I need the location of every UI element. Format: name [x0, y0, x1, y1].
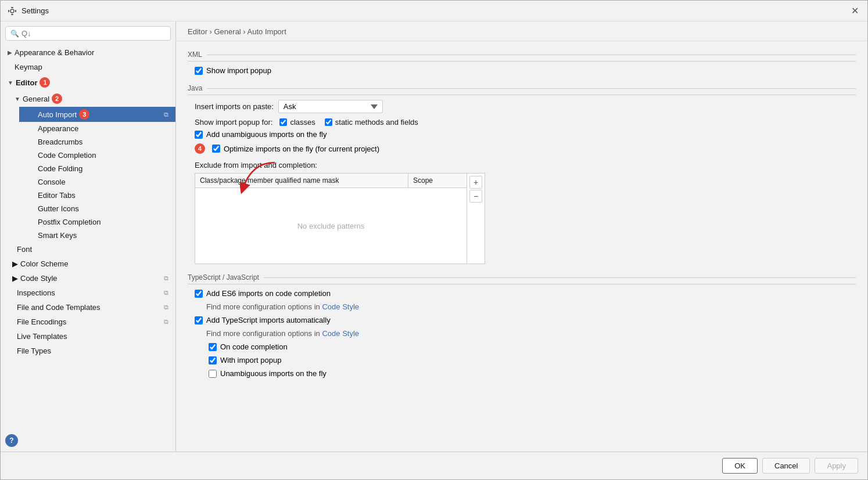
sidebar-item-keymap[interactable]: Keymap: [1, 60, 175, 74]
svg-point-4: [10, 9, 14, 13]
exclude-table: Class/package/member qualified name mask…: [195, 174, 467, 264]
es6-config-text: Find more configuration options in: [206, 302, 320, 311]
chevron-down-icon: ▼: [8, 80, 13, 86]
classes-checkbox[interactable]: [279, 118, 287, 126]
search-input[interactable]: [21, 29, 166, 38]
insert-imports-label: Insert imports on paste:: [195, 102, 274, 111]
no-patterns-text: No exclude patterns: [297, 222, 365, 230]
with-import-popup-checkbox[interactable]: [209, 356, 217, 364]
cancel-button[interactable]: Cancel: [762, 458, 810, 474]
unambiguous-imports-checkbox[interactable]: [209, 370, 217, 378]
xml-show-import-row: Show import popup: [188, 66, 856, 75]
ts-imports-checkbox[interactable]: [195, 316, 203, 324]
breadcrumb: Editor › General › Auto Import: [176, 21, 867, 41]
right-panel: Editor › General › Auto Import XML Show …: [176, 21, 867, 452]
exclude-actions: + −: [467, 174, 485, 264]
content-area: XML Show import popup Java Insert import…: [176, 41, 867, 452]
remove-pattern-button[interactable]: −: [469, 190, 482, 203]
ok-button[interactable]: OK: [722, 458, 758, 474]
sidebar-item-font[interactable]: Font: [1, 242, 175, 257]
svg-rect-3: [15, 10, 16, 12]
es6-imports-label[interactable]: Add ES6 imports on code completion: [195, 289, 331, 298]
with-import-popup-label[interactable]: With import popup: [209, 356, 282, 364]
on-completion-label[interactable]: On code completion: [209, 342, 288, 351]
sidebar-item-smart-keys[interactable]: Smart Keys: [19, 229, 175, 242]
chevron-right-icon-3: ▶: [12, 274, 18, 283]
close-button[interactable]: ✕: [849, 5, 860, 17]
nav-tree: ▶ Appearance & Behavior Keymap ▼ Editor …: [1, 45, 175, 430]
es6-imports-checkbox[interactable]: [195, 290, 203, 298]
insert-imports-select[interactable]: Ask Always Never: [278, 100, 383, 113]
sidebar-item-appearance-behavior[interactable]: ▶ Appearance & Behavior: [1, 45, 175, 60]
sidebar-item-code-completion[interactable]: Code Completion: [19, 149, 175, 162]
show-import-for-group: classes static methods and fields: [279, 118, 418, 127]
sidebar-item-appearance[interactable]: Appearance: [19, 122, 175, 135]
apply-button[interactable]: Apply: [815, 458, 858, 474]
sidebar-item-file-code-templates[interactable]: File and Code Templates ⧉: [1, 300, 175, 315]
ts-section-label: TypeScript / JavaScript: [188, 273, 856, 284]
optimize-imports-row: 4 Optimize imports on the fly (for curre…: [188, 143, 856, 154]
sidebar-item-color-scheme[interactable]: ▶ Color Scheme: [1, 257, 175, 271]
sidebar-item-editor-tabs[interactable]: Editor Tabs: [19, 189, 175, 202]
sidebar-item-inspections[interactable]: Inspections ⧉: [1, 286, 175, 300]
help-button[interactable]: ?: [5, 434, 18, 447]
optimize-badge: 4: [195, 143, 205, 154]
xml-show-import-checkbox[interactable]: [195, 67, 203, 75]
xml-section: XML Show import popup: [188, 50, 856, 75]
svg-rect-1: [11, 14, 13, 15]
copy-icon: ⧉: [164, 111, 168, 118]
ts-config-row: Find more configuration options in Code …: [188, 329, 856, 338]
title-bar: Settings ✕: [1, 1, 867, 21]
static-methods-checkbox[interactable]: [325, 118, 332, 126]
sidebar-item-postfix-completion[interactable]: Postfix Completion: [19, 215, 175, 229]
add-pattern-button[interactable]: +: [469, 176, 482, 189]
sidebar-item-general[interactable]: ▼ General 2: [10, 91, 175, 107]
sidebar-item-editor[interactable]: ▼ Editor 1: [1, 74, 175, 91]
exclude-table-header: Class/package/member qualified name mask…: [195, 174, 467, 188]
exclude-label: Exclude from import and completion:: [188, 161, 856, 169]
ts-config-text: Find more configuration options in: [206, 329, 320, 338]
sidebar-item-gutter-icons[interactable]: Gutter Icons: [19, 202, 175, 215]
add-unambiguous-checkbox[interactable]: [195, 131, 203, 139]
sidebar-item-breadcrumbs[interactable]: Breadcrumbs: [19, 135, 175, 149]
search-box[interactable]: 🔍: [5, 26, 171, 41]
ts-imports-row: Add TypeScript imports automatically: [188, 316, 856, 324]
col-scope-header: Scope: [408, 174, 467, 187]
xml-show-import-label[interactable]: Show import popup: [195, 66, 271, 75]
sidebar-item-code-style[interactable]: ▶ Code Style ⧉: [1, 271, 175, 286]
unambiguous-imports-label[interactable]: Unambiguous imports on the fly: [209, 369, 327, 378]
java-section: Java Insert imports on paste: Ask Always…: [188, 84, 856, 264]
sidebar-item-console[interactable]: Console: [19, 175, 175, 189]
editor-badge: 1: [40, 77, 50, 88]
es6-config-row: Find more configuration options in Code …: [188, 302, 856, 311]
show-import-for-row: Show import popup for: classes static me…: [188, 118, 856, 127]
sidebar-item-auto-import[interactable]: Auto Import 3 ⧉: [19, 107, 175, 122]
optimize-imports-label[interactable]: Optimize imports on the fly (for current…: [212, 145, 379, 153]
ts-section: TypeScript / JavaScript Add ES6 imports …: [188, 273, 856, 378]
optimize-imports-checkbox[interactable]: [212, 145, 220, 153]
sidebar: 🔍 ▶ Appearance & Behavior Keymap ▼: [1, 21, 176, 452]
nav-group-editor: ▼ Editor 1 ▼ General 2: [1, 74, 175, 358]
static-methods-label[interactable]: static methods and fields: [325, 118, 418, 127]
on-completion-checkbox[interactable]: [209, 343, 217, 351]
general-badge: 2: [52, 93, 62, 104]
classes-label[interactable]: classes: [279, 118, 315, 127]
sidebar-item-code-folding[interactable]: Code Folding: [19, 162, 175, 175]
nav-sub-general: ▼ General 2 Auto Import 3 ⧉: [1, 91, 175, 242]
add-unambiguous-label[interactable]: Add unambiguous imports on the fly: [195, 130, 327, 139]
ts-code-style-link[interactable]: Code Style: [322, 329, 359, 338]
title-bar-left: Settings: [8, 6, 49, 16]
dialog-title: Settings: [21, 6, 49, 15]
es6-code-style-link[interactable]: Code Style: [322, 302, 359, 311]
settings-dialog: Settings ✕ 🔍 ▶ Appearance & Behavior Key…: [0, 0, 868, 480]
ts-imports-label[interactable]: Add TypeScript imports automatically: [195, 316, 331, 324]
settings-icon: [8, 6, 17, 16]
svg-rect-2: [8, 10, 9, 12]
show-import-for-label: Show import popup for:: [195, 118, 272, 127]
with-import-popup-row: With import popup: [188, 356, 856, 364]
sidebar-item-file-types[interactable]: File Types: [1, 344, 175, 358]
exclude-section: Exclude from import and completion: Clas…: [188, 161, 856, 264]
sidebar-item-live-templates[interactable]: Live Templates: [1, 329, 175, 344]
main-content: 🔍 ▶ Appearance & Behavior Keymap ▼: [1, 21, 867, 452]
sidebar-item-file-encodings[interactable]: File Encodings ⧉: [1, 315, 175, 329]
